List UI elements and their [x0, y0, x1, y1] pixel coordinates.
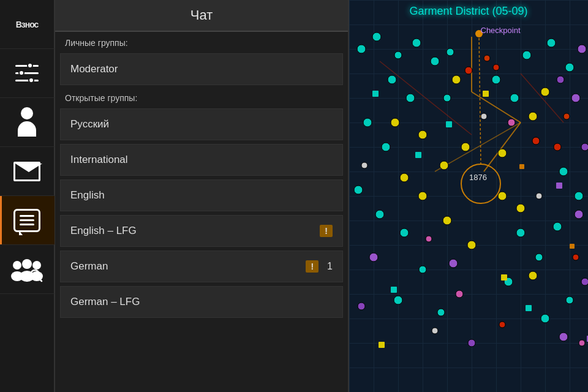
svg-point-64 — [493, 64, 499, 70]
svg-point-38 — [437, 309, 445, 316]
svg-point-74 — [575, 210, 583, 219]
svg-point-56 — [498, 192, 507, 200]
svg-point-46 — [388, 75, 396, 84]
sidebar-item-chat[interactable] — [0, 196, 55, 245]
svg-rect-100 — [519, 164, 524, 169]
svg-point-80 — [449, 259, 458, 268]
svg-point-88 — [579, 340, 585, 346]
svg-point-70 — [578, 45, 586, 53]
svg-point-52 — [498, 149, 507, 157]
sidebar-item-sliders[interactable] — [0, 49, 55, 98]
svg-point-39 — [541, 314, 549, 323]
channel-german[interactable]: German ! 1 — [60, 251, 343, 282]
svg-point-41 — [516, 228, 525, 237]
svg-point-26 — [363, 118, 372, 127]
map-svg — [349, 0, 588, 392]
svg-rect-98 — [379, 342, 385, 348]
svg-point-30 — [400, 228, 409, 237]
open-groups-label: Открытые группы: — [55, 87, 348, 107]
svg-point-28 — [354, 186, 363, 194]
sidebar-item-person[interactable] — [0, 98, 55, 147]
svg-point-23 — [522, 51, 531, 59]
svg-point-73 — [581, 143, 588, 151]
svg-rect-91 — [415, 152, 421, 158]
svg-point-20 — [412, 39, 421, 47]
channel-russian[interactable]: Русский — [60, 108, 343, 140]
svg-point-62 — [465, 67, 472, 74]
sidebar-item-group[interactable] — [0, 245, 55, 294]
svg-point-45 — [406, 94, 415, 102]
svg-point-57 — [529, 271, 537, 280]
channel-name-russian: Русский — [70, 118, 109, 130]
svg-point-36 — [419, 266, 426, 273]
channel-english[interactable]: English — [60, 179, 343, 211]
svg-point-0 — [13, 261, 21, 270]
svg-point-49 — [418, 130, 427, 139]
svg-point-44 — [443, 94, 451, 102]
channel-german-lfg[interactable]: German – LFG — [60, 286, 343, 318]
svg-point-27 — [382, 143, 390, 151]
channel-moderator[interactable]: Moderator — [60, 53, 343, 85]
svg-point-19 — [394, 51, 402, 59]
svg-rect-90 — [483, 91, 489, 97]
svg-point-18 — [372, 32, 381, 41]
svg-point-71 — [557, 76, 564, 83]
svg-point-33 — [553, 222, 562, 231]
channel-name-moderator: Moderator — [70, 63, 118, 75]
svg-point-17 — [357, 45, 366, 53]
map-player-number: 1876 — [469, 173, 487, 182]
svg-point-63 — [484, 55, 490, 61]
svg-point-76 — [559, 333, 568, 341]
svg-line-7 — [38, 277, 42, 281]
svg-point-82 — [481, 113, 487, 119]
svg-point-60 — [418, 192, 427, 200]
channel-name-german: German — [70, 260, 108, 273]
svg-point-59 — [443, 216, 451, 225]
channel-english-lfg[interactable]: English – LFG ! — [60, 215, 343, 247]
sidebar-item-взнос[interactable]: Взнос — [0, 0, 55, 49]
channel-name-international: International — [70, 154, 128, 166]
svg-point-50 — [440, 161, 448, 170]
svg-point-47 — [391, 118, 399, 127]
channel-english-lfg-badge: ! — [320, 225, 333, 237]
chat-panel: Чат Личные группы: Moderator Открытые гр… — [55, 0, 349, 392]
channel-international[interactable]: International — [60, 144, 343, 176]
svg-point-40 — [566, 296, 573, 304]
svg-point-81 — [432, 328, 438, 334]
svg-point-48 — [452, 75, 461, 84]
svg-point-53 — [529, 112, 537, 121]
svg-point-31 — [559, 167, 568, 176]
channel-name-english-lfg: English – LFG — [70, 225, 137, 237]
svg-point-75 — [581, 278, 588, 285]
svg-point-87 — [426, 236, 432, 242]
svg-point-37 — [394, 296, 402, 304]
svg-point-72 — [571, 94, 580, 102]
svg-point-34 — [535, 254, 543, 261]
взнос-icon: Взнос — [16, 20, 39, 29]
svg-rect-89 — [372, 91, 379, 97]
svg-point-14 — [461, 164, 500, 203]
channel-german-right: ! 1 — [306, 260, 333, 273]
svg-point-85 — [456, 290, 463, 298]
person-icon — [17, 107, 38, 138]
sidebar-item-mail[interactable] — [0, 147, 55, 196]
svg-point-42 — [492, 75, 500, 84]
channel-english-lfg-right: ! — [320, 225, 333, 237]
svg-point-67 — [554, 143, 561, 151]
svg-point-51 — [461, 143, 470, 151]
svg-point-55 — [516, 204, 525, 213]
svg-rect-95 — [526, 305, 532, 311]
group-icon — [11, 257, 43, 282]
svg-point-84 — [361, 162, 368, 168]
svg-point-58 — [467, 241, 476, 249]
svg-rect-93 — [446, 121, 452, 127]
svg-point-78 — [369, 253, 378, 262]
map-title: Garment District (05-09) — [409, 5, 527, 18]
svg-point-54 — [541, 88, 549, 96]
channel-name-english: English — [70, 189, 105, 202]
svg-point-68 — [573, 254, 579, 260]
svg-point-83 — [536, 193, 542, 199]
chat-header: Чат — [55, 0, 348, 32]
svg-point-65 — [532, 137, 540, 145]
sidebar: Взнос — [0, 0, 55, 392]
